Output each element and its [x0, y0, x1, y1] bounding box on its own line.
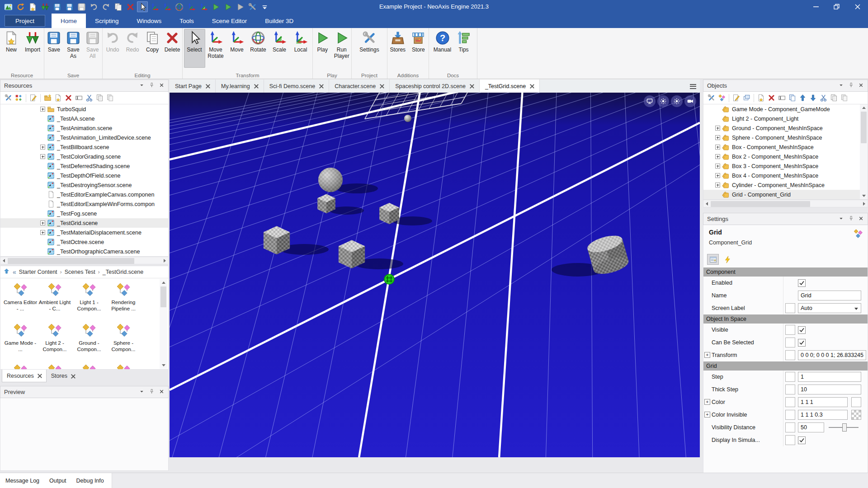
- breadcrumb-up-button[interactable]: [3, 268, 10, 276]
- resource-tree-item[interactable]: _TestBillboard.scene: [0, 142, 168, 152]
- settings-menu-button[interactable]: [838, 216, 844, 223]
- breadcrumb-back-icon[interactable]: «: [13, 268, 16, 276]
- number-input[interactable]: 50: [798, 422, 824, 432]
- content-tile[interactable]: Rendering Pipeline ...: [106, 280, 141, 321]
- ribbon-button-redo[interactable]: Redo: [123, 29, 142, 68]
- close-icon[interactable]: [71, 374, 75, 378]
- resources-delete-button[interactable]: [63, 93, 74, 103]
- objects-menu-button[interactable]: [838, 82, 844, 89]
- object-tree-item[interactable]: Box 3 - Component_MeshInSpace: [703, 161, 868, 171]
- resources-pin-button[interactable]: [149, 82, 155, 89]
- scene-viewport[interactable]: [170, 93, 700, 457]
- move-button[interactable]: [161, 1, 172, 12]
- default-value-box[interactable]: [785, 350, 795, 360]
- default-value-box[interactable]: [785, 397, 795, 407]
- close-button[interactable]: [847, 0, 868, 14]
- expander-icon[interactable]: +: [704, 352, 710, 358]
- objects-cut-button[interactable]: [818, 93, 829, 103]
- resource-tree-item[interactable]: _TestDestroyingSensor.scene: [0, 180, 168, 190]
- document-tab-character-scene[interactable]: Character.scene: [329, 80, 390, 93]
- import-button[interactable]: [39, 1, 50, 12]
- content-tile[interactable]: Light 1 - Compon...: [72, 280, 106, 321]
- resource-tree-item[interactable]: _TestFog.scene: [0, 209, 168, 218]
- objects-delete-button[interactable]: [766, 93, 777, 103]
- resource-tree-item[interactable]: _TestOctree.scene: [0, 237, 168, 247]
- ribbon-button-rotate[interactable]: Rotate: [248, 29, 269, 68]
- expander-icon[interactable]: [715, 173, 720, 178]
- refresh-button[interactable]: [15, 1, 26, 12]
- menu-tab-scene-editor[interactable]: Scene Editor: [203, 14, 256, 28]
- status-tab-message-log[interactable]: Message Log: [5, 478, 39, 484]
- scale-button[interactable]: [198, 1, 209, 12]
- expander-icon[interactable]: [40, 107, 45, 112]
- document-tab-_testgrid-scene[interactable]: _TestGrid.scene: [480, 80, 540, 93]
- resource-tree-item[interactable]: _TestOrthographicCamera.scene: [0, 247, 168, 256]
- objects-paste-button[interactable]: [839, 93, 849, 103]
- objects-pin-button[interactable]: [848, 82, 854, 89]
- resource-tree-item[interactable]: _TestAA.scene: [0, 114, 168, 123]
- document-tab-sci-fi-demo-scene[interactable]: Sci-fi Demo.scene: [264, 80, 329, 93]
- close-icon[interactable]: [38, 374, 42, 378]
- close-icon[interactable]: [254, 84, 258, 88]
- object-tree-item[interactable]: Grid - Component_Grid: [703, 190, 868, 199]
- settings-pin-button[interactable]: [848, 216, 854, 223]
- resource-tree-item[interactable]: _TestAnimation_LimitedDevice.scene: [0, 133, 168, 142]
- content-tile-partial[interactable]: [72, 361, 106, 370]
- ribbon-button-move-rotate[interactable]: MoveRotate: [205, 29, 226, 68]
- default-value-box[interactable]: [785, 303, 795, 313]
- expander-icon[interactable]: +: [704, 412, 710, 418]
- resource-tree-item[interactable]: _TestAnimation.scene: [0, 123, 168, 133]
- object-tree-item[interactable]: Game Mode - Component_GameMode: [703, 104, 868, 114]
- objects-close-button[interactable]: [858, 82, 864, 89]
- color-value-input[interactable]: 1 1 1: [798, 397, 848, 407]
- content-tile[interactable]: Ambient Light - C...: [38, 280, 72, 321]
- viewport-sun-2-button[interactable]: [671, 95, 683, 107]
- objects-duplicate-button[interactable]: [787, 93, 797, 103]
- ribbon-button-import[interactable]: Import: [22, 29, 43, 68]
- menu-tab-builder-3d[interactable]: Builder 3D: [256, 14, 302, 28]
- resources-copy-button[interactable]: [94, 93, 105, 103]
- breadcrumb-item[interactable]: Starter Content: [19, 269, 57, 275]
- play-disabled-button[interactable]: [235, 1, 245, 12]
- resource-tree-item[interactable]: _TestMaterialDisplacement.scene: [0, 228, 168, 237]
- preview-close-button[interactable]: [159, 389, 165, 396]
- expander-icon[interactable]: [40, 154, 45, 159]
- checkbox-checked[interactable]: [798, 279, 806, 287]
- objects-tools-button[interactable]: [706, 93, 717, 103]
- origin-gizmo[interactable]: [384, 274, 394, 284]
- content-tile[interactable]: Game Mode - ...: [3, 321, 38, 361]
- content-vscrollbar[interactable]: [160, 279, 167, 369]
- checkbox-checked[interactable]: [798, 339, 806, 347]
- object-tree-item[interactable]: Box - Component_MeshInSpace: [703, 142, 868, 152]
- document-tab-my-learning[interactable]: My.learning: [216, 80, 264, 93]
- expander-icon[interactable]: +: [704, 399, 710, 405]
- document-tab-spaceship-control-2d-scene[interactable]: Spaceship control 2D.scene: [390, 80, 480, 93]
- text-input[interactable]: 1: [798, 372, 861, 382]
- resource-tree-item[interactable]: TurboSquid: [0, 104, 168, 114]
- default-value-box[interactable]: [785, 435, 795, 445]
- resources-shapes-button[interactable]: [14, 93, 24, 103]
- content-tile-partial[interactable]: [3, 361, 38, 370]
- menu-tab-project[interactable]: Project: [5, 15, 45, 27]
- status-tab-debug-info[interactable]: Debug Info: [76, 478, 104, 484]
- play-button[interactable]: [210, 1, 221, 12]
- menu-tab-tools[interactable]: Tools: [170, 14, 203, 28]
- objects-move-down-button[interactable]: [808, 93, 818, 103]
- color-swatch[interactable]: [851, 397, 861, 407]
- content-tile[interactable]: Sphere - Compon...: [106, 321, 141, 361]
- ribbon-button-scale[interactable]: Scale: [269, 29, 290, 68]
- viewport-display-button[interactable]: [644, 95, 656, 107]
- expander-icon[interactable]: [715, 154, 720, 159]
- object-tree-item[interactable]: Ground - Component_MeshInSpace: [703, 123, 868, 133]
- objects-component-button[interactable]: [717, 93, 727, 103]
- slider-handle[interactable]: [842, 423, 847, 432]
- ribbon-button-run-player[interactable]: RunPlayer: [332, 29, 352, 68]
- objects-new-file-button[interactable]: [756, 93, 766, 103]
- dock-tab-stores[interactable]: Stores: [47, 370, 80, 382]
- slider-control[interactable]: [829, 422, 859, 432]
- default-value-box[interactable]: [785, 410, 795, 420]
- save-all-button[interactable]: [76, 1, 87, 12]
- ribbon-button-delete[interactable]: Delete: [162, 29, 182, 68]
- resources-edit-button[interactable]: [28, 93, 38, 103]
- object-tree-item[interactable]: Cylinder - Component_MeshInSpace: [703, 180, 868, 190]
